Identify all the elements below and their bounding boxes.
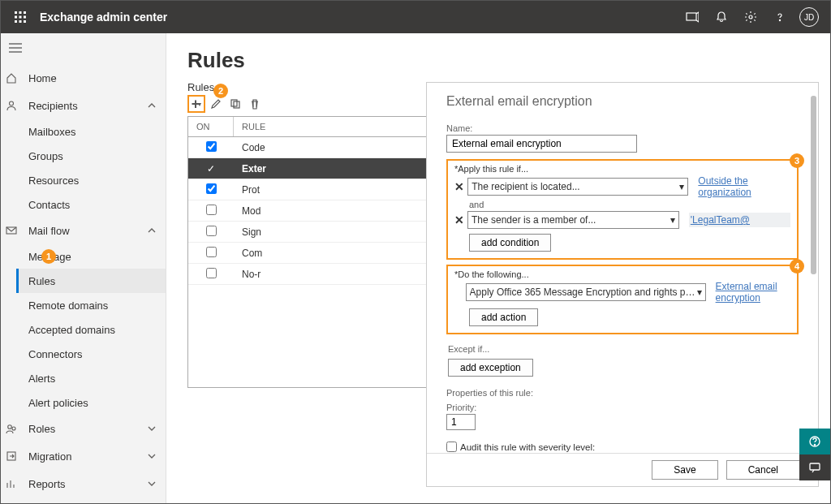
add-action-button[interactable]: add action (469, 308, 538, 326)
chevron-down-icon (148, 480, 156, 488)
chevron-up-icon (148, 101, 156, 110)
announcement-icon[interactable] (678, 1, 707, 33)
notifications-icon[interactable] (707, 1, 736, 33)
svg-point-10 (749, 15, 752, 19)
svg-rect-9 (687, 13, 696, 20)
home-icon (6, 72, 22, 84)
callout-badge-1: 1 (41, 249, 56, 264)
nav-roles[interactable]: Roles (1, 415, 166, 442)
copy-rule-icon[interactable] (226, 95, 244, 113)
svg-rect-7 (19, 20, 22, 23)
nav-migration[interactable]: Migration (1, 442, 166, 470)
nav-home[interactable]: Home (1, 64, 166, 92)
condition-2-select[interactable]: The sender is a member of...▾ (467, 211, 679, 229)
mail-icon (6, 225, 22, 236)
settings-icon[interactable] (736, 1, 765, 33)
page-title: Rules (187, 48, 816, 73)
add-rule-button[interactable]: +▾ (187, 95, 205, 113)
name-label: Name: (446, 123, 799, 133)
svg-point-11 (779, 19, 780, 20)
feedback-icon[interactable] (799, 454, 830, 480)
nav-message[interactable]: Message 1 (1, 244, 166, 269)
nav-insights[interactable]: Insights (1, 498, 166, 503)
nav-groups[interactable]: Groups (1, 144, 166, 168)
rule-enabled-checkbox[interactable] (206, 183, 217, 194)
collapse-nav-icon[interactable] (1, 33, 30, 62)
roles-icon (6, 423, 22, 434)
condition-2-value-link[interactable]: 'LegalTeam@ (689, 213, 790, 227)
conditions-section: 3 *Apply this rule if... ✕ The recipient… (446, 159, 799, 260)
except-if-label: Except if... (448, 344, 799, 354)
svg-rect-6 (15, 20, 17, 23)
save-button[interactable]: Save (652, 460, 717, 480)
and-label: and (469, 200, 790, 209)
nav-alerts[interactable]: Alerts (1, 366, 166, 390)
svg-point-27 (814, 444, 815, 445)
sidebar: Home Recipients Mailboxes Groups Resourc… (1, 33, 166, 503)
user-icon (6, 100, 22, 111)
action-1-value-link[interactable]: External email encryption (716, 281, 790, 304)
scrollbar[interactable] (811, 96, 816, 274)
help-float-buttons (799, 429, 830, 480)
add-condition-button[interactable]: add condition (469, 234, 551, 252)
nav-alert-policies[interactable]: Alert policies (1, 390, 166, 415)
svg-rect-4 (19, 16, 22, 19)
condition-1-select[interactable]: The recipient is located...▾ (467, 178, 688, 196)
nav-rules[interactable]: Rules (16, 269, 166, 293)
svg-point-17 (8, 425, 12, 429)
nav-connectors[interactable]: Connectors (1, 342, 166, 366)
svg-rect-5 (24, 16, 26, 19)
svg-rect-3 (15, 16, 17, 19)
help-icon[interactable] (765, 1, 794, 33)
add-exception-button[interactable]: add exception (448, 359, 533, 377)
nav-mailflow[interactable]: Mail flow (1, 217, 166, 244)
callout-badge-4: 4 (790, 259, 804, 274)
remove-condition-icon[interactable]: ✕ (454, 213, 464, 226)
nav-contacts[interactable]: Contacts (1, 192, 166, 217)
nav-recipients[interactable]: Recipients (1, 92, 166, 119)
app-header: Exchange admin center JD (1, 1, 830, 33)
apply-if-label: *Apply this rule if... (454, 164, 790, 174)
nav-remote-domains[interactable]: Remote domains (1, 293, 166, 317)
nav-accepted-domains[interactable]: Accepted domains (1, 317, 166, 342)
svg-rect-1 (19, 11, 22, 14)
rule-name-input[interactable] (446, 135, 637, 153)
nav-reports[interactable]: Reports (1, 470, 166, 498)
condition-1-value-link[interactable]: Outside the organization (698, 175, 790, 198)
nav-resources[interactable]: Resources (1, 168, 166, 192)
cancel-button[interactable]: Cancel (726, 460, 800, 480)
delete-rule-icon[interactable] (246, 95, 264, 113)
reports-icon (6, 478, 22, 489)
nav-mailboxes[interactable]: Mailboxes (1, 119, 166, 144)
callout-badge-2: 2 (213, 84, 228, 98)
priority-label: Priority: (446, 403, 799, 412)
audit-checkbox[interactable] (446, 442, 457, 452)
audit-label: Audit this rule with severity level: (460, 442, 595, 452)
action-1-select[interactable]: Apply Office 365 Message Encryption and … (466, 283, 706, 301)
content-area: Rules Rules +▾ 2 ON RULE Code✓ExterProtM… (166, 33, 830, 503)
callout-badge-3: 3 (790, 153, 804, 168)
svg-rect-28 (810, 463, 820, 470)
svg-rect-0 (15, 11, 17, 14)
actions-section: 4 *Do the following... Apply Office 365 … (446, 265, 799, 334)
app-title: Exchange admin center (40, 11, 678, 24)
svg-rect-2 (24, 11, 26, 14)
chevron-down-icon (148, 424, 156, 433)
account-avatar[interactable]: JD (794, 1, 824, 33)
properties-label: Properties of this rule: (446, 388, 799, 398)
rule-enabled-checkbox[interactable] (206, 226, 217, 236)
support-icon[interactable] (799, 429, 830, 454)
priority-input[interactable] (446, 414, 476, 430)
rule-enabled-checkbox[interactable] (206, 268, 217, 278)
chevron-down-icon (148, 452, 156, 460)
do-following-label: *Do the following... (454, 269, 790, 279)
remove-condition-icon[interactable]: ✕ (454, 180, 464, 193)
rule-enabled-checkbox[interactable] (206, 141, 217, 152)
rule-enabled-checkbox[interactable] (206, 247, 217, 257)
grid-header-on[interactable]: ON (188, 117, 234, 136)
chevron-up-icon (148, 226, 156, 235)
migration-icon (6, 450, 22, 462)
app-launcher-icon[interactable] (7, 4, 33, 30)
rule-enabled-checkbox[interactable] (206, 205, 217, 215)
rule-editor-modal: External email encryption Name: 3 *Apply… (426, 82, 819, 487)
